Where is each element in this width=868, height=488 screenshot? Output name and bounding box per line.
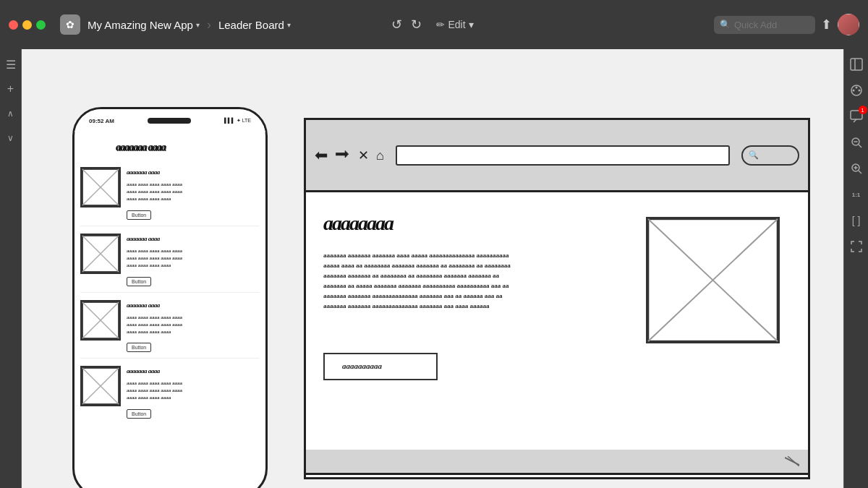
browser-url-bar[interactable]: [396, 145, 730, 166]
undo-button[interactable]: ↺: [388, 14, 405, 35]
svg-text:aaaa aaaa aaaa aaaa aaaa: aaaa aaaa aaaa aaaa aaaa: [127, 181, 183, 187]
right-panel-button[interactable]: [847, 55, 866, 74]
svg-line-9: [859, 145, 861, 147]
browser-title-sketch: aaaaaaaa: [323, 210, 511, 236]
svg-text:aaaaaaa aaaa: aaaaaaa aaaa: [127, 235, 161, 242]
browser-cta-button[interactable]: aaaaaaaaaa: [323, 353, 438, 380]
svg-text:aaaaaaa aaaa: aaaaaaa aaaa: [127, 367, 161, 374]
phone-item-button[interactable]: Button: [127, 343, 151, 352]
redo-button[interactable]: ↻: [408, 14, 425, 35]
phone-app-title: aaaaaaa aaaa: [86, 135, 254, 163]
separator: ›: [207, 17, 211, 33]
svg-text:aaaaaaa aaaaaaa aa aaaaaaaa aa: aaaaaaa aaaaaaa aa aaaaaaaa aa aaaaaaaa …: [323, 272, 500, 279]
search-wrap: 🔍: [714, 16, 815, 34]
phone-item-button[interactable]: Button: [127, 210, 151, 220]
cta-sketch: aaaaaaaaaa: [341, 359, 420, 371]
fit-button[interactable]: 1:1: [847, 185, 866, 204]
svg-text:aaaa aaaa aaaa aaaa aaaa: aaaa aaaa aaaa aaaa aaaa: [127, 380, 183, 386]
phone-title-area: aaaaaaa aaaa: [75, 132, 265, 167]
browser-page-title: aaaaaaaa: [323, 210, 631, 239]
phone-item-text: aaaaaaa aaaa aaaa aaaa aaaa aaaa aaaaaaa…: [127, 167, 260, 220]
zoom-out-button[interactable]: [847, 133, 866, 152]
connections-icon: [850, 84, 863, 97]
svg-line-13: [859, 171, 861, 174]
phone-list-item: aaaaaaa aaaa aaaa aaaa aaaa aaaa aaaaaaa…: [80, 366, 260, 424]
close-button[interactable]: [9, 20, 18, 30]
svg-point-3: [852, 90, 854, 92]
phone-item-text: aaaaaaa aaaa aaaa aaaa aaaa aaaa aaaaaaa…: [127, 366, 260, 419]
svg-text:aaaa aaaa aaaa aaaa aaaa: aaaa aaaa aaaa aaaa aaaa: [127, 314, 183, 320]
undo-redo-group: ↺ ↻: [388, 14, 425, 35]
search-pill-icon: 🔍: [749, 150, 759, 160]
center-controls: ↺ ↻ ✏ Edit ▾: [388, 14, 479, 35]
svg-text:aaaaaaa aaaa: aaaaaaa aaaa: [127, 168, 161, 176]
sidebar-menu-button[interactable]: ☰: [1, 55, 20, 74]
edit-button[interactable]: ✏ Edit ▾: [430, 16, 479, 33]
bracket-button[interactable]: [ ]: [847, 211, 866, 230]
phone-item-title: aaaaaaa aaaa: [127, 234, 260, 244]
browser-forward-button[interactable]: ⮕: [335, 147, 351, 163]
phone-mockup: 09:52 AM ▌▌▌ ✦ LTE aaaaaaa aaaa aaaaaaa …: [72, 107, 268, 488]
svg-text:aaaa aaaa aaaa aaaa aaaa: aaaa aaaa aaaa aaaa aaaa: [127, 388, 183, 393]
browser-home-button[interactable]: ⌂: [376, 149, 384, 162]
svg-text:aaaa aaaa aaaa aaaa aaaa: aaaa aaaa aaaa aaaa aaaa: [127, 248, 183, 254]
browser-chrome: ⬅ ⮕ ✕ ⌂ 🔍: [306, 120, 808, 192]
browser-body-text: aaaaaaa aaaaaaa aaaaaaa aaaa aaaaa aaaaa…: [323, 249, 631, 346]
board-name-caret: ▾: [287, 21, 291, 29]
edit-label: Edit: [448, 19, 465, 30]
fullscreen-button[interactable]: [36, 20, 46, 30]
browser-search-button[interactable]: 🔍: [741, 145, 799, 166]
svg-text:aaaa aaaa aaaa aaaa aaaa: aaaa aaaa aaaa aaaa aaaa: [127, 189, 183, 194]
left-sidebar: ☰ + ∧ ∨: [0, 49, 22, 488]
canvas: 09:52 AM ▌▌▌ ✦ LTE aaaaaaa aaaa aaaaaaa …: [22, 49, 843, 488]
phone-signal: ▌▌▌ ✦ LTE: [224, 118, 251, 124]
zoom-in-button[interactable]: [847, 159, 866, 178]
comments-button[interactable]: 1: [847, 107, 866, 126]
board-name-button[interactable]: Leader Board ▾: [218, 19, 291, 31]
traffic-lights: [9, 20, 46, 30]
browser-back-button[interactable]: ⬅: [315, 147, 328, 163]
browser-image-box: [646, 217, 780, 343]
svg-point-4: [855, 87, 857, 89]
phone-item-button[interactable]: Button: [127, 409, 151, 419]
browser-body-sketch: aaaaaaa aaaaaaa aaaaaaa aaaa aaaaa aaaaa…: [323, 249, 591, 343]
svg-text:aaaaaaa aaaaaaa aaaaaaaaaaaaaa: aaaaaaa aaaaaaa aaaaaaaaaaaaaa aaaaaaa a…: [323, 302, 490, 309]
browser-body: aaaaaaaa aaaaaaa aaaaaaa aaaaaaa aaaa aa…: [306, 192, 808, 481]
sidebar-add-button[interactable]: +: [1, 80, 20, 98]
avatar: [838, 14, 859, 35]
phone-item-text: aaaaaaa aaaa aaaa aaaa aaaa aaaa aaaaaaa…: [127, 300, 260, 353]
phone-list-item: aaaaaaa aaaa aaaa aaaa aaaa aaaa aaaaaaa…: [80, 300, 260, 359]
phone-title-sketch: aaaaaaa aaaa: [112, 138, 228, 154]
expand-button[interactable]: [847, 237, 866, 256]
app-name-button[interactable]: My Amazing New App ▾: [88, 19, 200, 31]
phone-item-body: aaaa aaaa aaaa aaaa aaaaaaaa aaaa aaaa a…: [127, 378, 260, 403]
phone-item-title: aaaaaaa aaaa: [127, 300, 260, 310]
connections-button[interactable]: [847, 81, 866, 100]
browser-footer-icon: [785, 456, 799, 466]
sidebar-up-button[interactable]: ∧: [1, 104, 20, 123]
phone-item-body: aaaa aaaa aaaa aaaa aaaaaaaa aaaa aaaa a…: [127, 246, 260, 270]
svg-text:aaaa aaaa aaaa aaaa aaaa: aaaa aaaa aaaa aaaa aaaa: [127, 255, 183, 261]
phone-list-item: aaaaaaa aaaa aaaa aaaa aaaa aaaa aaaaaaa…: [80, 234, 260, 293]
zoom-out-icon: [850, 136, 863, 149]
phone-item-image: [80, 234, 121, 274]
pencil-icon: ✏: [436, 19, 445, 30]
browser-close-button[interactable]: ✕: [358, 149, 369, 162]
avatar-img: [838, 14, 859, 35]
share-button[interactable]: ⬆: [821, 17, 832, 33]
browser-footer: [304, 450, 810, 475]
phone-item-title: aaaaaaa aaaa: [127, 167, 260, 177]
app-name-caret: ▾: [196, 21, 200, 29]
svg-text:aaaaaaa aaaa: aaaaaaa aaaa: [116, 142, 166, 153]
titlebar: ✿ My Amazing New App ▾ › Leader Board ▾ …: [0, 0, 868, 49]
app-icon: ✿: [60, 14, 80, 35]
phone-item-button[interactable]: Button: [127, 277, 151, 286]
browser-nav: ⬅ ⮕ ✕ ⌂ 🔍: [315, 145, 799, 166]
phone-time: 09:52 AM: [89, 118, 114, 124]
sidebar-down-button[interactable]: ∨: [1, 129, 20, 147]
minimize-button[interactable]: [22, 20, 32, 30]
svg-text:aaaaaaaaaa: aaaaaaaaaa: [342, 361, 383, 370]
browser-content: aaaaaaaa aaaaaaa aaaaaaa aaaaaaa aaaa aa…: [323, 210, 631, 464]
phone-item-text: aaaaaaa aaaa aaaa aaaa aaaa aaaa aaaaaaa…: [127, 234, 260, 286]
search-icon: 🔍: [720, 20, 731, 30]
